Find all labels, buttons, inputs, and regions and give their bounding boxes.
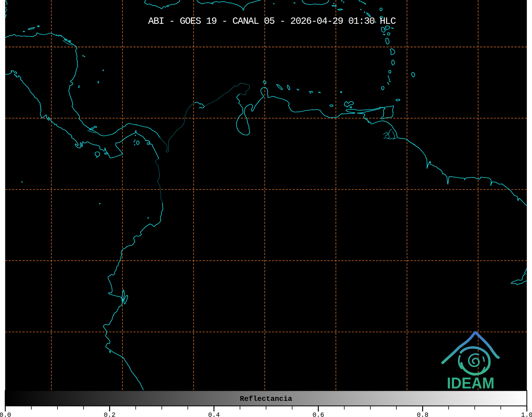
svg-text:Reflectancia: Reflectancia (240, 395, 292, 403)
svg-text:0.4: 0.4 (208, 411, 220, 417)
svg-text:0.0: 0.0 (0, 411, 11, 417)
svg-text:0.2: 0.2 (104, 411, 115, 417)
svg-text:1.0: 1.0 (521, 411, 532, 417)
svg-text:0.6: 0.6 (312, 411, 324, 417)
svg-text:ABI - GOES 19 - CANAL 05 - 202: ABI - GOES 19 - CANAL 05 - 2026-04-29 01… (148, 16, 396, 27)
svg-text:0.8: 0.8 (417, 411, 429, 417)
svg-text:IDEAM: IDEAM (447, 374, 494, 392)
